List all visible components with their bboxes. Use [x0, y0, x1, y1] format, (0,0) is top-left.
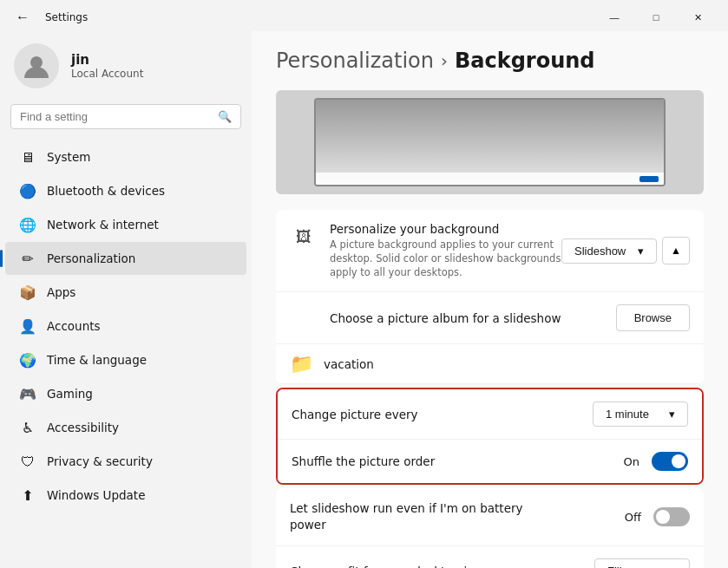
- fit-chevron-icon: ▾: [671, 565, 677, 568]
- sidebar-item-update[interactable]: ⬆ Windows Update: [5, 479, 246, 512]
- sidebar-item-label-update: Windows Update: [47, 488, 145, 502]
- shuffle-label: Shuffle the picture order: [292, 454, 435, 468]
- title-bar-left: ← Settings: [10, 8, 88, 27]
- bottom-settings-card: Let slideshow run even if I'm on battery…: [276, 488, 704, 568]
- row-left: 🖼 Personalize your background A picture …: [290, 222, 561, 279]
- user-account-type: Local Account: [71, 68, 143, 80]
- gaming-icon: 🎮: [19, 385, 36, 402]
- sidebar-item-label-bluetooth: Bluetooth & devices: [47, 184, 165, 198]
- battery-toggle[interactable]: [653, 507, 690, 526]
- sidebar-item-accessibility[interactable]: ♿ Accessibility: [5, 411, 246, 444]
- personalize-background-row: 🖼 Personalize your background A picture …: [276, 210, 704, 292]
- sidebar-item-label-personalization: Personalization: [47, 251, 135, 265]
- browse-button[interactable]: Browse: [616, 304, 690, 331]
- background-card: 🖼 Personalize your background A picture …: [276, 210, 704, 384]
- background-type-value: Slideshow: [574, 245, 626, 258]
- network-icon: 🌐: [19, 216, 36, 233]
- collapse-button[interactable]: ▲: [662, 237, 690, 264]
- sidebar-item-network[interactable]: 🌐 Network & internet: [5, 208, 246, 241]
- sidebar-item-label-time: Time & language: [47, 353, 147, 367]
- update-icon: ⬆: [19, 486, 36, 504]
- preview-taskbar: [316, 173, 663, 185]
- sidebar-item-label-accounts: Accounts: [47, 319, 101, 333]
- app-title: Settings: [45, 11, 88, 23]
- background-type-dropdown[interactable]: Slideshow ▾: [561, 238, 657, 264]
- battery-slideshow-row: Let slideshow run even if I'm on battery…: [276, 488, 704, 546]
- minimize-button[interactable]: —: [594, 5, 634, 29]
- row-right: Slideshow ▾ ▲: [561, 237, 690, 264]
- sidebar-item-bluetooth[interactable]: 🔵 Bluetooth & devices: [5, 174, 246, 207]
- toggle-thumb-battery: [656, 510, 670, 524]
- toggle-thumb: [672, 454, 685, 468]
- battery-label: Let slideshow run even if I'm on battery…: [290, 500, 533, 533]
- sidebar-item-accounts[interactable]: 👤 Accounts: [5, 310, 246, 343]
- system-icon: 🖥: [19, 148, 36, 166]
- sidebar-item-personalization[interactable]: ✏ Personalization: [5, 242, 246, 275]
- desktop-fit-row: Choose a fit for your desktop image Fill…: [276, 546, 704, 568]
- fit-dropdown[interactable]: Fill ▾: [594, 558, 690, 568]
- change-picture-value: 1 minute: [606, 408, 649, 421]
- shuffle-toggle[interactable]: [652, 452, 688, 471]
- sidebar-item-label-privacy: Privacy & security: [47, 454, 153, 468]
- folder-icon: 📁: [290, 353, 313, 375]
- sidebar-item-label-apps: Apps: [47, 285, 75, 299]
- dropdown-chevron-icon: ▾: [638, 245, 644, 258]
- title-bar: ← Settings — □ ✕: [0, 0, 728, 31]
- shuffle-control: On: [624, 452, 688, 471]
- personalize-bg-title: Personalize your background: [330, 222, 561, 236]
- background-row-icon: 🖼: [290, 222, 318, 250]
- desktop-preview: [276, 90, 704, 194]
- battery-control: Off: [625, 507, 690, 526]
- user-section[interactable]: jin Local Account: [0, 31, 252, 104]
- sidebar-item-time[interactable]: 🌍 Time & language: [5, 343, 246, 376]
- sidebar-item-label-system: System: [47, 150, 90, 164]
- close-button[interactable]: ✕: [678, 5, 718, 29]
- row-text: Personalize your background A picture ba…: [330, 222, 561, 279]
- bluetooth-icon: 🔵: [19, 182, 36, 199]
- sidebar-item-system[interactable]: 🖥 System: [5, 140, 246, 173]
- breadcrumb-parent[interactable]: Personalization: [276, 49, 434, 73]
- sidebar-item-privacy[interactable]: 🛡 Privacy & security: [5, 445, 246, 478]
- accounts-icon: 👤: [19, 317, 36, 335]
- personalize-bg-desc: A picture background applies to your cur…: [330, 238, 561, 279]
- main-layout: jin Local Account 🔍 🖥 System 🔵 Bluetooth…: [0, 31, 728, 568]
- change-picture-chevron-icon: ▾: [669, 408, 675, 421]
- privacy-icon: 🛡: [19, 453, 36, 470]
- apps-icon: 📦: [19, 284, 36, 301]
- accessibility-icon: ♿: [19, 419, 36, 436]
- breadcrumb: Personalization › Background: [276, 49, 704, 73]
- user-info: jin Local Account: [71, 52, 143, 80]
- search-input[interactable]: [20, 110, 211, 123]
- maximize-button[interactable]: □: [636, 5, 676, 29]
- fit-label: Choose a fit for your desktop image: [290, 565, 500, 568]
- folder-row[interactable]: 📁 vacation: [276, 344, 704, 384]
- battery-state-label: Off: [625, 511, 641, 524]
- content-area: Personalization › Background 🖼: [252, 31, 728, 568]
- preview-taskbar-button: [639, 176, 659, 182]
- time-icon: 🌍: [19, 351, 36, 369]
- personalization-icon: ✏: [19, 250, 36, 267]
- search-icon: 🔍: [218, 110, 232, 123]
- change-picture-row: Change picture every 1 minute ▾: [278, 389, 702, 440]
- album-row-right: Browse: [616, 304, 690, 331]
- change-picture-dropdown[interactable]: 1 minute ▾: [593, 402, 688, 427]
- shuffle-state-label: On: [624, 455, 639, 468]
- sidebar-item-apps[interactable]: 📦 Apps: [5, 276, 246, 309]
- slideshow-settings-card: Change picture every 1 minute ▾ Shuffle …: [276, 388, 704, 485]
- preview-window: [314, 98, 665, 186]
- sidebar: jin Local Account 🔍 🖥 System 🔵 Bluetooth…: [0, 31, 252, 568]
- window-controls: — □ ✕: [594, 5, 718, 29]
- sidebar-item-label-gaming: Gaming: [47, 387, 93, 401]
- sidebar-item-label-accessibility: Accessibility: [47, 421, 119, 434]
- album-row-left: Choose a picture album for a slideshow: [290, 311, 616, 325]
- search-box[interactable]: 🔍: [10, 104, 241, 129]
- breadcrumb-current: Background: [455, 49, 595, 73]
- folder-name: vacation: [324, 357, 374, 371]
- back-button[interactable]: ←: [10, 8, 35, 27]
- sidebar-item-gaming[interactable]: 🎮 Gaming: [5, 377, 246, 410]
- change-picture-label: Change picture every: [292, 408, 418, 421]
- svg-point-0: [30, 56, 43, 69]
- avatar: [14, 43, 59, 88]
- shuffle-row: Shuffle the picture order On: [278, 440, 702, 483]
- breadcrumb-separator: ›: [441, 50, 448, 71]
